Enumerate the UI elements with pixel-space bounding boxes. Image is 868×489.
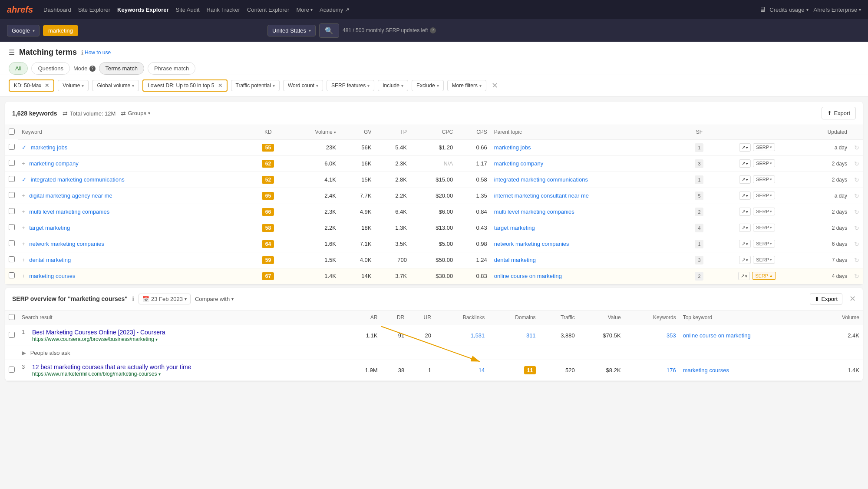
expand-icon[interactable]: ▶ [22, 350, 26, 356]
serp-date-picker[interactable]: 📅 23 Feb 2023 ▾ [139, 294, 191, 304]
serp-badge[interactable]: SERP ▲ [752, 272, 776, 280]
keyword-link[interactable]: dental marketing [29, 257, 71, 263]
nav-keywords-explorer[interactable]: Keywords Explorer [114, 5, 172, 15]
hamburger-icon[interactable]: ☰ [9, 48, 15, 56]
tab-questions[interactable]: Questions [31, 62, 70, 75]
select-all-checkbox[interactable] [9, 129, 15, 135]
refresh-icon[interactable]: ↻ [854, 208, 859, 215]
serp-badge[interactable]: SERP ▾ [753, 159, 775, 167]
serp-result-title[interactable]: 12 best marketing courses that are actua… [32, 363, 191, 370]
groups-btn[interactable]: ⇄ Groups ▾ [121, 110, 150, 117]
nav-rank-tracker[interactable]: Rank Tracker [203, 5, 244, 15]
trend-btn[interactable]: ↗ ▾ [739, 256, 751, 264]
filter-more[interactable]: More filters▾ [447, 80, 486, 91]
nav-more[interactable]: More ▾ [293, 5, 316, 15]
refresh-icon[interactable]: ↻ [854, 144, 859, 151]
filter-lowest-dr[interactable]: Lowest DR: Up to 50 in top 5 ✕ [142, 79, 227, 92]
keyword-link[interactable]: marketing courses [29, 273, 75, 279]
filter-serp-features[interactable]: SERP features▾ [327, 80, 374, 91]
search-button[interactable]: 🔍 [319, 23, 339, 38]
row-checkbox[interactable] [9, 144, 15, 150]
serp-row-checkbox[interactable] [9, 332, 15, 338]
credits-usage-btn[interactable]: Credits usage▾ [769, 7, 808, 13]
trend-btn[interactable]: ↗ ▾ [738, 272, 750, 280]
backlinks-link[interactable]: 1,531 [471, 332, 485, 339]
refresh-icon[interactable]: ↻ [854, 160, 859, 167]
serp-badge[interactable]: SERP ▾ [753, 224, 775, 231]
parent-topic-link[interactable]: internet marketing consultant near me [494, 192, 589, 199]
row-checkbox[interactable] [9, 176, 15, 182]
remove-dr-filter[interactable]: ✕ [218, 83, 222, 89]
keyword-link[interactable]: digital marketing agency near me [29, 192, 112, 199]
parent-topic-link[interactable]: multi level marketing companies [494, 208, 574, 215]
serp-export-btn[interactable]: ⬆Export [810, 293, 842, 305]
refresh-icon[interactable]: ↻ [854, 176, 859, 183]
row-checkbox[interactable] [9, 208, 15, 214]
keyword-link[interactable]: marketing jobs [31, 144, 68, 151]
remove-kd-filter[interactable]: ✕ [45, 83, 49, 89]
keyword-link[interactable]: marketing company [29, 160, 78, 167]
engine-select[interactable]: Google▾ [7, 25, 40, 36]
nav-academy[interactable]: Academy ↗ [316, 5, 353, 15]
nav-site-audit[interactable]: Site Audit [172, 5, 203, 15]
filter-include[interactable]: Include▾ [378, 80, 408, 91]
serp-badge[interactable]: SERP ▾ [753, 208, 775, 215]
refresh-icon[interactable]: ↻ [854, 225, 859, 231]
row-checkbox[interactable] [9, 224, 15, 230]
serp-result-url[interactable]: https://www.coursera.org/browse/business… [32, 336, 158, 342]
filter-traffic-potential[interactable]: Traffic potential▾ [231, 80, 280, 91]
compare-with-btn[interactable]: Compare with ▾ [195, 296, 234, 302]
row-checkbox[interactable] [9, 256, 15, 262]
trend-btn[interactable]: ↗ ▾ [739, 143, 751, 152]
nav-site-explorer[interactable]: Site Explorer [75, 5, 114, 15]
serp-badge[interactable]: SERP ▾ [753, 143, 775, 151]
refresh-icon[interactable]: ↻ [854, 257, 859, 264]
parent-topic-link[interactable]: network marketing companies [494, 241, 569, 247]
filter-exclude[interactable]: Exclude▾ [412, 80, 444, 91]
keyword-link[interactable]: target marketing [29, 225, 70, 231]
keyword-link[interactable]: multi level marketing companies [29, 208, 109, 215]
filter-kd[interactable]: KD: 50-Max ✕ [9, 79, 54, 92]
tab-terms-match[interactable]: Terms match [99, 62, 144, 75]
serp-select-all[interactable] [9, 314, 15, 320]
nav-content-explorer[interactable]: Content Explorer [244, 5, 293, 15]
refresh-icon[interactable]: ↻ [854, 241, 859, 248]
country-select[interactable]: United States▾ [267, 25, 316, 36]
row-checkbox[interactable] [9, 192, 15, 198]
how-to-use-link[interactable]: ℹ How to use [81, 49, 111, 56]
serp-row-checkbox[interactable] [9, 367, 15, 373]
top-keyword-link[interactable]: marketing courses [683, 367, 729, 373]
export-btn[interactable]: ⬆ Export [822, 107, 856, 119]
keywords-link[interactable]: 353 [667, 332, 676, 339]
parent-topic-link[interactable]: target marketing [494, 225, 535, 231]
nav-dashboard[interactable]: Dashboard [40, 5, 75, 15]
row-checkbox[interactable] [9, 160, 15, 166]
clear-filters-btn[interactable]: ✕ [492, 81, 498, 90]
top-keyword-link[interactable]: online course on marketing [683, 332, 751, 339]
tab-all[interactable]: All [9, 62, 28, 75]
serp-badge[interactable]: SERP ▾ [753, 256, 775, 264]
filter-word-count[interactable]: Word count▾ [283, 80, 323, 91]
serp-result-title[interactable]: Best Marketing Courses Online [2023] - C… [32, 329, 165, 336]
parent-topic-link[interactable]: integrated marketing communications [494, 176, 588, 183]
refresh-icon[interactable]: ↻ [854, 192, 859, 199]
trend-btn[interactable]: ↗ ▾ [739, 175, 751, 184]
refresh-icon[interactable]: ↻ [854, 273, 859, 280]
trend-btn[interactable]: ↗ ▾ [739, 224, 751, 232]
parent-topic-link[interactable]: online course on marketing [494, 273, 562, 279]
trend-btn[interactable]: ↗ ▾ [739, 192, 751, 200]
parent-topic-link[interactable]: marketing company [494, 160, 543, 167]
serp-badge[interactable]: SERP ▾ [753, 175, 775, 183]
serp-badge[interactable]: SERP ▾ [753, 240, 775, 248]
trend-btn[interactable]: ↗ ▾ [739, 159, 751, 168]
keywords-link[interactable]: 176 [667, 367, 676, 373]
serp-badge[interactable]: SERP ▾ [753, 192, 775, 199]
enterprise-btn[interactable]: Ahrefs Enterprise▾ [814, 7, 861, 13]
parent-topic-link[interactable]: dental marketing [494, 257, 536, 263]
backlinks-link[interactable]: 14 [479, 367, 485, 373]
serp-result-url[interactable]: https://www.marketermilk.com/blog/market… [32, 371, 161, 377]
row-checkbox[interactable] [9, 272, 15, 278]
domains-link[interactable]: 311 [526, 332, 536, 339]
tab-phrase-match[interactable]: Phrase match [148, 62, 195, 75]
row-checkbox[interactable] [9, 240, 15, 246]
